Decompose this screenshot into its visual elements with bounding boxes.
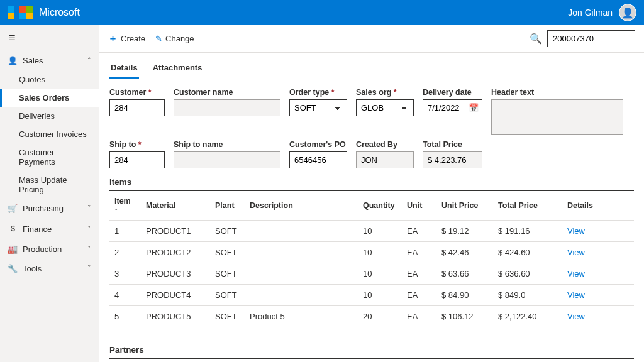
sidebar-group-tools[interactable]: 🔧 Tools ˅ (0, 259, 99, 278)
sidebar-group-production[interactable]: 🏭 Production ˅ (0, 239, 99, 259)
customers-po-field[interactable] (289, 151, 347, 168)
col-state[interactable]: State (546, 359, 580, 363)
col-unit[interactable]: Unit (402, 191, 436, 221)
col-zip[interactable]: Zip Code (580, 359, 634, 363)
col-material[interactable]: Material (141, 191, 210, 221)
cell-plant: SOFT (210, 263, 245, 285)
cell-description: Product 5 (245, 306, 358, 327)
tab-attachments[interactable]: Attachments (152, 58, 204, 79)
cell-description (245, 242, 358, 263)
main-content: ＋ Create ✎ Change 🔍 Details Attachments … (99, 25, 644, 362)
cell-unit: EA (402, 221, 436, 242)
cell-total_price: $ 2,122.40 (493, 306, 562, 327)
sidebar-item-deliveries[interactable]: Deliveries (0, 107, 99, 125)
table-row: 2PRODUCT2SOFT10EA$ 42.46$ 424.60View (109, 242, 634, 263)
sidebar-label: Purchasing (23, 204, 64, 213)
cell-description (245, 263, 358, 285)
toolbar: ＋ Create ✎ Change 🔍 (99, 25, 644, 53)
chevron-up-icon: ˄ (87, 57, 91, 65)
chevron-down-icon: ˅ (87, 225, 91, 233)
ship-to-name-field (174, 151, 280, 168)
cell-unit_price: $ 84.90 (436, 285, 493, 306)
created-by-field (356, 151, 414, 168)
tabs: Details Attachments (109, 58, 634, 79)
cell-quantity: 10 (358, 263, 402, 285)
order-type-select[interactable]: SOFT (289, 99, 347, 116)
avatar[interactable]: 👤 (619, 4, 636, 21)
sidebar-item-sales-orders[interactable]: Sales Orders (0, 89, 99, 107)
items-table: Item Material Plant Description Quantity… (109, 190, 634, 327)
cell-quantity: 20 (358, 306, 402, 327)
customer-field[interactable] (109, 99, 165, 116)
col-quantity[interactable]: Quantity (358, 191, 402, 221)
cell-unit_price: $ 42.46 (436, 242, 493, 263)
cell-material: PRODUCT3 (141, 263, 210, 285)
plus-icon: ＋ (108, 33, 118, 45)
cell-plant: SOFT (210, 285, 245, 306)
sidebar-item-quotes[interactable]: Quotes (0, 70, 99, 89)
view-link[interactable]: View (567, 269, 585, 278)
col-street[interactable]: Street (382, 359, 483, 363)
col-item[interactable]: Item (109, 191, 141, 221)
sidebar-label: Tools (23, 264, 42, 273)
sidebar-group-finance[interactable]: ＄ Finance ˅ (0, 218, 99, 239)
edit-icon: ✎ (155, 34, 162, 43)
sidebar-label: Finance (23, 224, 52, 234)
col-name[interactable]: Name (263, 359, 382, 363)
view-link[interactable]: View (567, 226, 585, 236)
col-description[interactable]: Description (245, 191, 358, 221)
sidebar-item-customer-invoices[interactable]: Customer Invoices (0, 125, 99, 143)
change-button[interactable]: ✎ Change (155, 34, 194, 43)
items-section-title: Items (109, 177, 634, 187)
search-input[interactable] (547, 30, 635, 47)
microsoft-logo-icon (19, 6, 33, 19)
ship-to-field[interactable] (109, 151, 165, 168)
chevron-down-icon: ˅ (87, 245, 91, 253)
col-customer[interactable]: Customer (216, 359, 263, 363)
cell-unit_price: $ 106.12 (436, 306, 493, 327)
cell-total_price: $ 636.60 (493, 263, 562, 285)
sales-org-select[interactable]: GLOB (356, 99, 414, 116)
label-total-price: Total Price (423, 140, 482, 149)
cell-total_price: $ 191.16 (493, 221, 562, 242)
hamburger-icon[interactable]: ≡ (0, 25, 99, 51)
sidebar-item-mass-update-pricing[interactable]: Mass Update Pricing (0, 171, 99, 199)
partners-section-title: Partners (109, 345, 634, 354)
cell-description (245, 285, 358, 306)
brand-name: Microsoft (39, 7, 80, 18)
col-description[interactable]: Description (144, 359, 216, 363)
col-unit-price[interactable]: Unit Price (436, 191, 493, 221)
sidebar-group-purchasing[interactable]: 🛒 Purchasing ˅ (0, 199, 99, 218)
col-total-price[interactable]: Total Price (493, 191, 562, 221)
cell-plant: SOFT (210, 306, 245, 327)
cell-plant: SOFT (210, 221, 245, 242)
create-button[interactable]: ＋ Create (108, 33, 145, 45)
label-sales-org: Sales org (356, 88, 414, 97)
table-row: 3PRODUCT3SOFT10EA$ 63.66$ 636.60View (109, 263, 634, 285)
tab-details[interactable]: Details (109, 58, 139, 79)
label-header-text: Header text (491, 88, 623, 97)
cell-plant: SOFT (210, 242, 245, 263)
view-link[interactable]: View (567, 312, 585, 321)
cell-quantity: 10 (358, 242, 402, 263)
header-text-field[interactable] (491, 99, 623, 135)
cell-unit: EA (402, 306, 436, 327)
col-details[interactable]: Details (562, 191, 634, 221)
col-plant[interactable]: Plant (210, 191, 245, 221)
view-link[interactable]: View (567, 290, 585, 300)
microsoft-logo-icon (8, 6, 14, 19)
col-role[interactable]: Role (109, 359, 144, 363)
cell-material: PRODUCT2 (141, 242, 210, 263)
delivery-date-field[interactable] (423, 99, 482, 116)
view-link[interactable]: View (567, 248, 585, 257)
search-icon[interactable]: 🔍 (530, 33, 542, 45)
label-ship-to-name: Ship to name (174, 140, 280, 149)
app-header: Microsoft Jon Gilman 👤 (0, 0, 644, 25)
col-city[interactable]: City (483, 359, 546, 363)
user-name[interactable]: Jon Gilman (568, 8, 613, 18)
sidebar-group-sales[interactable]: 👤 Sales ˄ (0, 51, 99, 70)
cell-item: 4 (109, 285, 141, 306)
cart-icon: 🛒 (8, 204, 18, 213)
table-row: 5PRODUCT5SOFTProduct 520EA$ 106.12$ 2,12… (109, 306, 634, 327)
sidebar-item-customer-payments[interactable]: Customer Payments (0, 143, 99, 171)
